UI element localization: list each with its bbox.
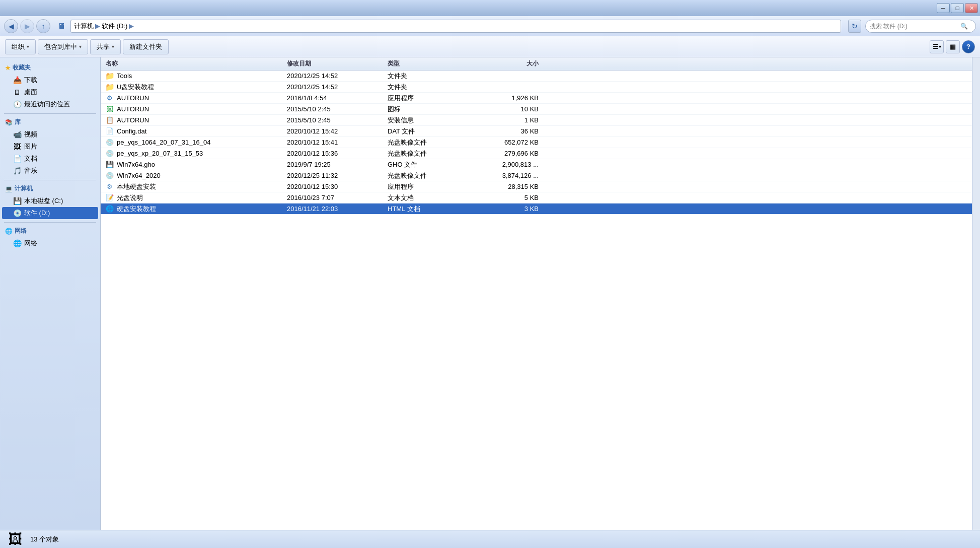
scrollbar-spacer	[972, 57, 980, 530]
table-row[interactable]: 💾 Win7x64.gho 2019/9/7 19:25 GHO 文件 2,90…	[101, 159, 972, 170]
minimize-button[interactable]: ─	[937, 3, 950, 13]
table-row[interactable]: 💿 Win7x64_2020 2020/12/25 11:32 光盘映像文件 3…	[101, 170, 972, 181]
sidebar-item-videos[interactable]: 📹 视频	[2, 128, 98, 141]
sidebar-divider-2	[4, 180, 96, 180]
include-library-button[interactable]: 包含到库中 ▾	[38, 39, 88, 54]
sidebar-label-documents: 文档	[24, 154, 37, 163]
forward-button[interactable]: ▶	[20, 19, 34, 33]
table-row[interactable]: ⚙ AUTORUN 2016/1/8 4:54 应用程序 1,926 KB	[101, 93, 972, 104]
file-name: Win7x64_2020	[117, 172, 161, 179]
breadcrumb-computer[interactable]: 计算机	[74, 22, 94, 31]
file-type-icon: 💿	[106, 150, 114, 158]
sidebar-network-section: 🌐 网络 🌐 网络	[0, 225, 100, 249]
search-input[interactable]	[870, 23, 960, 30]
sidebar-item-pictures[interactable]: 🖼 图片	[2, 141, 98, 153]
table-row[interactable]: 📁 U盘安装教程 2020/12/25 14:52 文件夹	[101, 82, 972, 93]
file-name-cell: 💾 Win7x64.gho	[106, 161, 287, 169]
file-type-cell: GHO 文件	[388, 160, 468, 169]
close-button[interactable]: ✕	[965, 3, 978, 13]
file-size-cell: 10 KB	[468, 105, 539, 113]
breadcrumb-separator: ▶	[95, 22, 100, 30]
file-type-cell: 光盘映像文件	[388, 138, 468, 147]
sidebar-libraries-header: 📚 库	[0, 116, 100, 128]
help-button[interactable]: ?	[962, 40, 975, 53]
file-name: Tools	[117, 72, 132, 80]
table-row[interactable]: 🌐 硬盘安装教程 2016/11/21 22:03 HTML 文档 3 KB	[101, 203, 972, 215]
maximize-button[interactable]: □	[951, 3, 964, 13]
breadcrumb-drive[interactable]: 软件 (D:)	[102, 22, 127, 31]
file-date-cell: 2016/1/8 4:54	[287, 94, 388, 102]
column-header: 名称 修改日期 类型 大小	[101, 57, 972, 71]
sidebar-item-music[interactable]: 🎵 音乐	[2, 165, 98, 177]
star-icon: ★	[5, 64, 11, 72]
file-name-cell: 📄 Config.dat	[106, 127, 287, 135]
table-row[interactable]: 💿 pe_yqs_1064_20_07_31_16_04 2020/10/12 …	[101, 137, 972, 148]
computer-icon: 💻	[5, 185, 13, 192]
view-button[interactable]: ☰ ▾	[930, 40, 944, 53]
new-folder-button[interactable]: 新建文件夹	[123, 39, 169, 54]
table-row[interactable]: ⚙ 本地硬盘安装 2020/10/12 15:30 应用程序 28,315 KB	[101, 181, 972, 192]
file-date-cell: 2020/10/12 15:42	[287, 127, 388, 135]
file-date-cell: 2015/5/10 2:45	[287, 105, 388, 113]
sidebar-favorites-header: ★ 收藏夹	[0, 61, 100, 74]
table-row[interactable]: 📋 AUTORUN 2015/5/10 2:45 安装信息 1 KB	[101, 115, 972, 126]
table-row[interactable]: 📄 Config.dat 2020/10/12 15:42 DAT 文件 36 …	[101, 126, 972, 137]
organize-label: 组织	[12, 42, 25, 51]
refresh-button[interactable]: ↻	[848, 20, 861, 33]
sidebar-item-recent[interactable]: 🕐 最近访问的位置	[2, 98, 98, 110]
file-size-cell: 28,315 KB	[468, 183, 539, 190]
file-name-cell: 💿 pe_yqs_xp_20_07_31_15_53	[106, 150, 287, 158]
sidebar-item-desktop[interactable]: 🖥 桌面	[2, 86, 98, 98]
toolbar: 组织 ▾ 包含到库中 ▾ 共享 ▾ 新建文件夹 ☰ ▾ ▦ ?	[0, 36, 980, 57]
sidebar-item-c-drive[interactable]: 💾 本地磁盘 (C:)	[2, 195, 98, 207]
file-date-cell: 2020/12/25 11:32	[287, 172, 388, 179]
breadcrumb[interactable]: 计算机 ▶ 软件 (D:) ▶	[70, 20, 841, 33]
table-row[interactable]: 💿 pe_yqs_xp_20_07_31_15_53 2020/10/12 15…	[101, 148, 972, 159]
details-view-button[interactable]: ▦	[946, 40, 960, 53]
navigation-bar: ◀ ▶ ↑ 🖥 计算机 ▶ 软件 (D:) ▶ ↻ 🔍	[0, 16, 980, 36]
search-icon: 🔍	[960, 23, 968, 30]
table-row[interactable]: 🖼 AUTORUN 2015/5/10 2:45 图标 10 KB	[101, 104, 972, 115]
organize-button[interactable]: 组织 ▾	[5, 39, 36, 54]
sidebar-item-d-drive[interactable]: 💿 软件 (D:)	[2, 207, 98, 219]
back-button[interactable]: ◀	[4, 19, 18, 33]
share-button[interactable]: 共享 ▾	[90, 39, 121, 54]
sidebar-label-d-drive: 软件 (D:)	[24, 209, 50, 218]
file-name-cell: ⚙ AUTORUN	[106, 94, 287, 102]
file-type-cell: 文件夹	[388, 72, 468, 81]
table-row[interactable]: 📝 光盘说明 2016/10/23 7:07 文本文档 5 KB	[101, 192, 972, 203]
status-count: 13 个对象	[30, 535, 59, 544]
file-size-cell: 1 KB	[468, 116, 539, 124]
search-bar[interactable]: 🔍	[865, 20, 976, 33]
file-size-cell: 5 KB	[468, 194, 539, 201]
file-type-icon: 📋	[106, 116, 114, 124]
file-type-cell: 光盘映像文件	[388, 149, 468, 158]
library-icon: 📚	[5, 119, 13, 126]
sidebar-divider-1	[4, 113, 96, 114]
include-library-label: 包含到库中	[44, 42, 77, 51]
include-library-arrow: ▾	[79, 44, 82, 49]
file-type-icon: ⚙	[106, 94, 114, 102]
sidebar-item-network[interactable]: 🌐 网络	[2, 237, 98, 249]
up-button[interactable]: ↑	[36, 19, 50, 33]
col-header-type[interactable]: 类型	[388, 59, 468, 68]
table-row[interactable]: 📁 Tools 2020/12/25 14:52 文件夹	[101, 71, 972, 82]
sidebar-item-downloads[interactable]: 📥 下载	[2, 74, 98, 86]
sidebar-label-pictures: 图片	[24, 142, 37, 151]
file-type-icon: 💿	[106, 139, 114, 147]
file-date-cell: 2016/11/21 22:03	[287, 205, 388, 213]
sidebar-network-header: 🌐 网络	[0, 225, 100, 237]
col-header-size[interactable]: 大小	[468, 59, 539, 68]
view-arrow: ▾	[939, 44, 941, 49]
sidebar-label-desktop: 桌面	[24, 88, 37, 97]
col-header-date[interactable]: 修改日期	[287, 59, 388, 68]
help-icon: ?	[966, 43, 970, 50]
file-name: pe_yqs_1064_20_07_31_16_04	[117, 139, 211, 146]
downloads-icon: 📥	[13, 76, 21, 84]
file-size-cell: 1,926 KB	[468, 94, 539, 102]
col-header-name[interactable]: 名称	[106, 59, 287, 68]
sidebar-label-music: 音乐	[24, 166, 37, 175]
new-folder-label: 新建文件夹	[129, 43, 162, 50]
sidebar-item-documents[interactable]: 📄 文档	[2, 153, 98, 165]
file-type-icon: 💿	[106, 172, 114, 180]
